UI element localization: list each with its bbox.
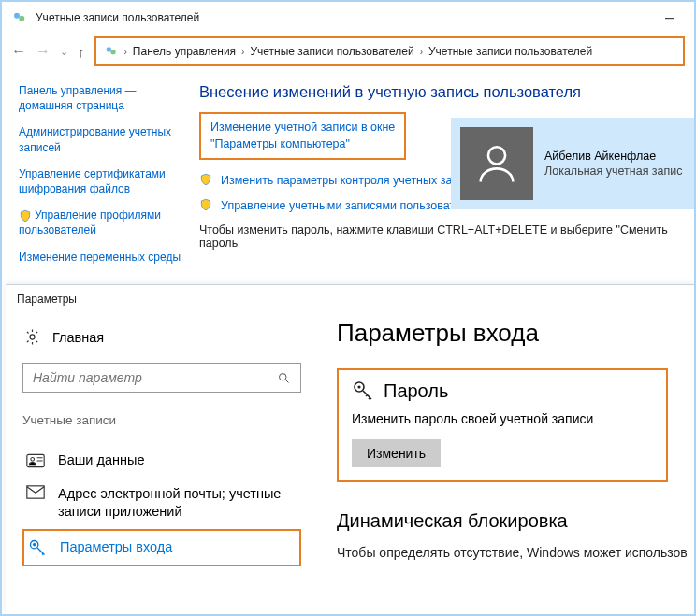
crumb-3[interactable]: Учетные записи пользователей [428,45,592,58]
mail-icon [26,485,45,499]
nav-your-info[interactable]: Ваши данные [22,444,301,478]
crumb-1[interactable]: Панель управления [133,45,236,58]
settings-sidebar: Главная Учетные записи Ваши данные Адр [6,313,314,566]
chevron-icon: › [420,47,423,57]
cp-sidebar: Панель управления — домашняя страница Ад… [2,79,194,276]
svg-point-2 [106,47,110,51]
settings-main: Параметры входа Пароль Изменить пароль с… [314,313,696,566]
svg-point-0 [14,12,20,18]
nav-signin-options[interactable]: Параметры входа [22,529,301,566]
svg-point-1 [19,15,24,21]
window-title: Учетные записи пользователей [36,11,199,24]
sidebar-link-profiles[interactable]: Управление профилями пользователей [2,208,186,237]
chevron-icon: › [124,47,127,57]
home-button[interactable]: Главная [22,328,301,346]
app-icon [11,9,28,26]
nav-label: Адрес электронной почты; учетные записи … [58,485,297,522]
user-tile: Айбелив Айкенфлае Локальная учетная запи… [451,118,694,209]
svg-point-11 [33,543,36,546]
svg-point-6 [280,373,287,380]
breadcrumb[interactable]: › Панель управления › Учетные записи пол… [94,36,686,66]
nav-email[interactable]: Адрес электронной почты; учетные записи … [22,478,301,529]
search-icon [277,371,291,385]
shield-icon [199,198,212,211]
key-icon [28,538,47,557]
page-heading: Параметры входа [337,319,696,348]
key-icon [352,380,374,402]
dynamic-lock-desc: Чтобы определять отсутствие, Windows мож… [337,545,696,560]
main-heading: Внесение изменений в учетную запись поль… [199,83,694,101]
dynamic-lock-section: Динамическая блокировка Чтобы определять… [337,510,696,560]
password-heading: Пароль [384,380,448,402]
search-box[interactable] [22,363,301,393]
sidebar-link-admin[interactable]: Администрирование учетных записей [19,124,186,154]
breadcrumb-icon [104,44,119,59]
svg-point-8 [31,457,35,461]
search-input[interactable] [33,370,277,385]
avatar [460,127,533,200]
shield-icon [19,209,32,222]
shield-icon [199,173,212,186]
nav-bar: ← → ⌄ ↑ › Панель управления › Учетные за… [2,33,694,74]
crumb-2[interactable]: Учетные записи пользователей [250,45,413,58]
history-dropdown[interactable]: ⌄ [60,46,68,58]
settings-link[interactable]: Изменение учетной записи в окне "Парамет… [210,120,395,152]
minimize-button[interactable]: – [660,7,679,27]
dynamic-lock-heading: Динамическая блокировка [337,510,696,532]
settings-link-box[interactable]: Изменение учетной записи в окне "Парамет… [199,112,406,160]
uac-link[interactable]: Изменить параметры контроля учетных запи… [221,173,484,189]
titlebar: Учетные записи пользователей – [2,2,694,33]
up-button[interactable]: ↑ [78,44,85,60]
control-panel-window: Учетные записи пользователей – ← → ⌄ ↑ ›… [2,2,694,276]
gear-icon [22,328,41,346]
svg-rect-9 [27,485,44,497]
settings-window: Параметры Главная Учетные записи Ваши [6,284,696,614]
sidebar-link-certs[interactable]: Управление сертификатами шифрования файл… [19,166,186,196]
password-section: Пароль Изменить пароль своей учетной зап… [337,368,668,482]
user-type: Локальная учетная запис [544,165,683,178]
person-card-icon [26,453,45,468]
svg-point-5 [29,335,34,339]
chevron-icon: › [241,47,244,57]
nav-label: Ваши данные [58,451,145,470]
sidebar-link-env[interactable]: Изменение переменных среды [19,250,186,265]
user-name: Айбелив Айкенфлае [544,150,683,163]
nav-label: Параметры входа [60,538,172,557]
group-label: Учетные записи [22,413,301,427]
home-label: Главная [52,330,104,345]
forward-button[interactable]: → [36,43,51,60]
manage-accounts-link[interactable]: Управление учетными записями пользовател… [221,198,481,214]
settings-title: Параметры [6,285,696,313]
svg-point-4 [488,147,505,164]
back-button[interactable]: ← [11,43,26,60]
sidebar-link-home[interactable]: Панель управления — домашняя страница [19,83,186,113]
svg-point-13 [357,385,360,388]
password-desc: Изменить пароль своей учетной записи [352,411,653,426]
change-password-button[interactable]: Изменить [352,439,441,467]
password-hint: Чтобы изменить пароль, нажмите клавиши C… [199,223,694,250]
svg-point-3 [110,50,115,54]
